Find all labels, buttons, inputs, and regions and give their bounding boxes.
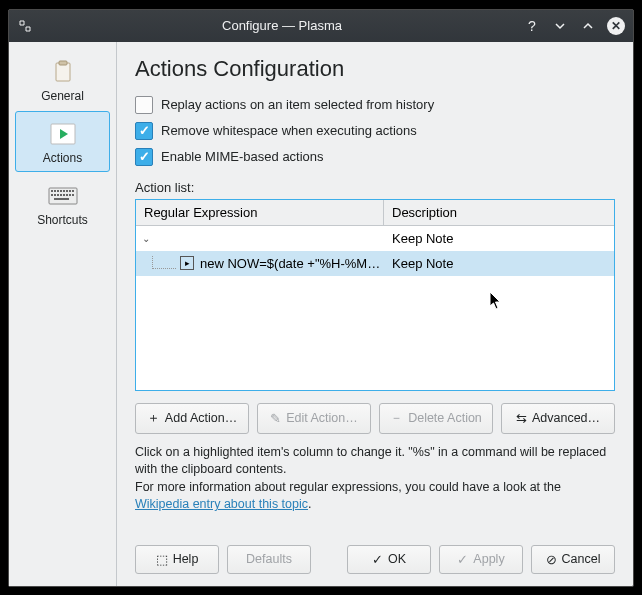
checkbox-replay[interactable] xyxy=(135,96,153,114)
command-icon: ▸ xyxy=(180,256,194,270)
close-button[interactable]: ✕ xyxy=(607,17,625,35)
svg-rect-20 xyxy=(54,198,69,200)
col-header-description[interactable]: Description xyxy=(384,200,614,225)
svg-rect-5 xyxy=(54,190,56,192)
settings-icon: ⇆ xyxy=(516,411,527,426)
add-action-button[interactable]: ＋ Add Action… xyxy=(135,403,249,434)
cancel-icon: ⊘ xyxy=(546,552,557,567)
sidebar: General Actions Shortcuts xyxy=(9,42,117,586)
sidebar-item-label: General xyxy=(41,89,84,103)
svg-rect-6 xyxy=(57,190,59,192)
svg-rect-17 xyxy=(66,194,68,196)
action-list[interactable]: Regular Expression Description ⌄ Keep No… xyxy=(135,199,615,391)
action-buttons: ＋ Add Action… ✎ Edit Action… － Delete Ac… xyxy=(135,403,615,434)
keyboard-icon xyxy=(45,182,81,210)
sidebar-item-label: Actions xyxy=(43,151,82,165)
delete-action-button: － Delete Action xyxy=(379,403,493,434)
svg-rect-12 xyxy=(51,194,53,196)
tree-row-child[interactable]: ▸ new NOW=$(date +"%H-%M… Keep Note xyxy=(136,251,614,276)
svg-rect-1 xyxy=(59,61,67,65)
sidebar-item-shortcuts[interactable]: Shortcuts xyxy=(15,174,110,233)
sidebar-item-general[interactable]: General xyxy=(15,50,110,109)
check-icon: ✓ xyxy=(372,552,383,567)
svg-rect-14 xyxy=(57,194,59,196)
tree-branch-icon xyxy=(152,256,176,270)
wikipedia-link[interactable]: Wikipedia entry about this topic xyxy=(135,497,308,511)
checkbox-label: Enable MIME-based actions xyxy=(161,149,324,164)
action-list-label: Action list: xyxy=(135,180,615,195)
edit-action-button: ✎ Edit Action… xyxy=(257,403,371,434)
svg-rect-11 xyxy=(72,190,74,192)
svg-rect-10 xyxy=(69,190,71,192)
main-panel: Actions Configuration Replay actions on … xyxy=(117,42,633,586)
window-controls: ? ✕ xyxy=(523,17,625,35)
checkbox-remove-whitespace[interactable] xyxy=(135,122,153,140)
col-header-regex[interactable]: Regular Expression xyxy=(136,200,384,225)
dialog-buttons: ⬚ Help Defaults ✓ OK ✓ Apply ⊘ Cancel xyxy=(135,533,615,574)
svg-rect-16 xyxy=(63,194,65,196)
titlebar[interactable]: Configure — Plasma ? ✕ xyxy=(9,10,633,42)
plus-icon: ＋ xyxy=(147,410,160,427)
tree-row-group[interactable]: ⌄ Keep Note xyxy=(136,226,614,251)
help-button-titlebar[interactable]: ? xyxy=(523,17,541,35)
sidebar-item-label: Shortcuts xyxy=(37,213,88,227)
apply-button: ✓ Apply xyxy=(439,545,523,574)
help-icon: ⬚ xyxy=(156,552,168,567)
tree-expander-icon[interactable]: ⌄ xyxy=(142,233,156,244)
tree-header: Regular Expression Description xyxy=(136,200,614,226)
svg-rect-19 xyxy=(72,194,74,196)
help-text: Click on a highlighted item's column to … xyxy=(135,444,615,514)
checkbox-label: Replay actions on an item selected from … xyxy=(161,97,434,112)
tree-child-command[interactable]: new NOW=$(date +"%H-%M… xyxy=(200,256,384,271)
check-icon: ✓ xyxy=(457,552,468,567)
defaults-button: Defaults xyxy=(227,545,311,574)
sidebar-item-actions[interactable]: Actions xyxy=(15,111,110,172)
svg-rect-9 xyxy=(66,190,68,192)
page-title: Actions Configuration xyxy=(135,56,615,82)
minimize-button[interactable] xyxy=(551,17,569,35)
help-button[interactable]: ⬚ Help xyxy=(135,545,219,574)
svg-rect-15 xyxy=(60,194,62,196)
maximize-button[interactable] xyxy=(579,17,597,35)
play-icon xyxy=(45,120,81,148)
checkbox-label: Remove whitespace when executing actions xyxy=(161,123,417,138)
clipboard-icon xyxy=(45,58,81,86)
ok-button[interactable]: ✓ OK xyxy=(347,545,431,574)
minus-icon: － xyxy=(390,410,403,427)
svg-rect-13 xyxy=(54,194,56,196)
svg-rect-8 xyxy=(63,190,65,192)
app-menu-icon[interactable] xyxy=(17,18,33,34)
tree-child-desc[interactable]: Keep Note xyxy=(384,256,614,271)
pencil-icon: ✎ xyxy=(270,411,281,426)
svg-rect-18 xyxy=(69,194,71,196)
tree-group-desc[interactable]: Keep Note xyxy=(384,231,614,246)
window-title: Configure — Plasma xyxy=(41,18,523,33)
checkbox-enable-mime[interactable] xyxy=(135,148,153,166)
config-window: Configure — Plasma ? ✕ General xyxy=(8,9,634,587)
svg-rect-7 xyxy=(60,190,62,192)
svg-rect-4 xyxy=(51,190,53,192)
advanced-button[interactable]: ⇆ Advanced… xyxy=(501,403,615,434)
cancel-button[interactable]: ⊘ Cancel xyxy=(531,545,615,574)
svg-rect-0 xyxy=(56,63,70,81)
